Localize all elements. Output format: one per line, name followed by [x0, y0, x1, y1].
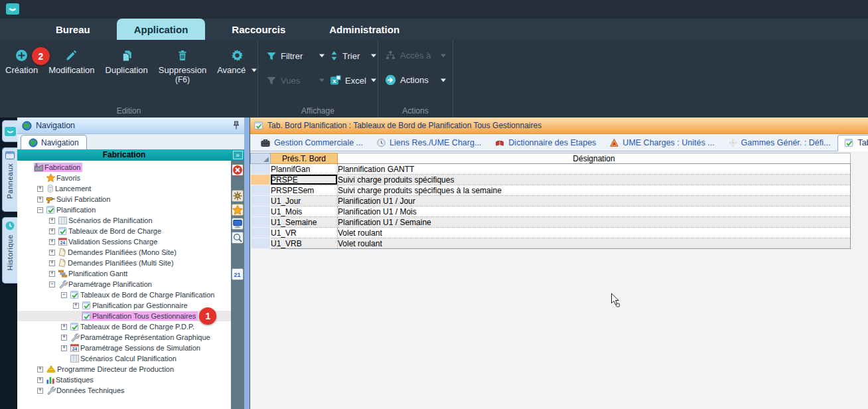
- cell-pres-t-bord[interactable]: U1_VR: [271, 228, 338, 238]
- duplication-button[interactable]: Duplication: [106, 48, 148, 75]
- app-logo-icon[interactable]: [6, 3, 19, 15]
- tree-item-planification-par-gestionnaire[interactable]: +Planification par Gestionnaire: [17, 300, 231, 311]
- excel-button[interactable]: xExcel: [330, 75, 382, 86]
- ribbon-tab-bureau[interactable]: Bureau: [38, 19, 108, 40]
- select-all-corner[interactable]: [251, 153, 271, 164]
- cell-designation[interactable]: Plannification GANTT: [338, 164, 851, 175]
- tree-item-scenarios-de-planification[interactable]: +Scénarios de Planification: [17, 215, 231, 226]
- settings-button[interactable]: [232, 190, 244, 202]
- row-selector[interactable]: [251, 238, 271, 249]
- tree-item-donnees-techniques[interactable]: +Données Techniques: [17, 385, 231, 396]
- row-selector[interactable]: [251, 185, 271, 196]
- close-button[interactable]: [232, 164, 244, 176]
- expand-toggle[interactable]: +: [37, 388, 43, 394]
- row-selector[interactable]: [251, 206, 271, 217]
- cell-pres-t-bord[interactable]: U1_Mois: [271, 206, 338, 217]
- tree-item-tableaux-de-bord-de-charge[interactable]: +Tableaux de Bord de Charge: [17, 226, 231, 236]
- expand-toggle[interactable]: +: [49, 218, 55, 224]
- expand-toggle[interactable]: +: [37, 367, 43, 372]
- panel-tab-historique[interactable]: Historique: [2, 217, 17, 284]
- dock-minimize-tab[interactable]: [2, 120, 17, 142]
- cell-designation[interactable]: Suivi charge produits spécifiques à la s…: [338, 185, 851, 196]
- search-button[interactable]: [232, 232, 244, 244]
- cell-pres-t-bord[interactable]: PRSPESem: [271, 185, 338, 196]
- collapse-panel-button[interactable]: »: [231, 149, 244, 161]
- dropdown-caret-icon[interactable]: [441, 78, 446, 82]
- cell-pres-t-bord[interactable]: U1_Semaine: [271, 217, 338, 228]
- column-header-pres-t-bord[interactable]: Prés.T. Bord: [271, 153, 338, 164]
- collapse-toggle[interactable]: −: [37, 207, 43, 213]
- favorite-button[interactable]: [232, 204, 244, 216]
- column-header-designation[interactable]: Désignation: [338, 153, 851, 164]
- expand-toggle[interactable]: +: [37, 377, 43, 383]
- expand-toggle[interactable]: +: [49, 228, 55, 234]
- row-selector[interactable]: [251, 228, 271, 238]
- document-tab-tab-bord-planificatio[interactable]: Tab. Bord Planificatio: [837, 135, 868, 151]
- panel-tab-panneaux[interactable]: Panneaux: [2, 147, 17, 212]
- cell-designation[interactable]: Volet roulant: [338, 238, 851, 249]
- cell-pres-t-bord[interactable]: U1_VRB: [271, 238, 338, 249]
- expand-toggle[interactable]: +: [73, 303, 79, 309]
- acces-a-button[interactable]: Accès à: [385, 50, 451, 60]
- collapse-toggle[interactable]: −: [61, 292, 67, 298]
- expand-toggle[interactable]: +: [61, 335, 67, 341]
- tree-item-planification-gantt[interactable]: +Planification Gantt: [17, 268, 231, 279]
- tree-item-tableaux-de-bord-de-charge-p-d-p[interactable]: +Tableaux de Bord de Charge P.D.P.: [17, 321, 231, 332]
- tree-item-scenarios-calcul-planification[interactable]: Scénarios Calcul Planification: [17, 353, 231, 364]
- cell-pres-t-bord[interactable]: U1_Jour: [271, 196, 338, 206]
- tree-item-lancement[interactable]: +Lancement: [17, 183, 231, 194]
- expand-toggle[interactable]: +: [37, 197, 43, 203]
- row-selector[interactable]: [251, 164, 271, 175]
- row-selector[interactable]: [251, 217, 271, 228]
- cell-pres-t-bord[interactable]: PlannifGan: [271, 164, 338, 175]
- navigation-tab[interactable]: Navigation: [21, 135, 87, 149]
- dropdown-caret-icon[interactable]: [319, 54, 325, 58]
- suppression-button[interactable]: Suppression(F6): [159, 48, 206, 84]
- collapse-toggle[interactable]: −: [49, 282, 55, 287]
- tree-item-validation-sessions-charge[interactable]: +24Validation Sessions Charge: [17, 236, 231, 247]
- filtrer-button[interactable]: Filtrer: [266, 50, 330, 61]
- tree-item-tableaux-de-bord-de-charge-planification[interactable]: −Tableaux de Bord de Charge Planificatio…: [17, 289, 231, 300]
- expand-toggle[interactable]: +: [49, 239, 55, 245]
- expand-toggle[interactable]: +: [61, 324, 67, 330]
- ribbon-tab-administration[interactable]: Administration: [312, 19, 417, 40]
- tree-item-favoris[interactable]: Favoris: [17, 173, 231, 183]
- cell-designation[interactable]: Volet roulant: [338, 228, 851, 238]
- vues-button[interactable]: Vues: [266, 75, 330, 86]
- document-tab-dictionnaire-des-etapes[interactable]: Dictionnaire des Etapes: [488, 135, 602, 151]
- tree-item-statistiques[interactable]: +Statistiques: [17, 374, 231, 385]
- expand-toggle[interactable]: +: [49, 250, 55, 256]
- tree-item-parametrage-representation-graphique[interactable]: +Paramétrage Représentation Graphique: [17, 332, 231, 343]
- splitter[interactable]: [244, 118, 250, 409]
- cell-designation[interactable]: Planification U1 / Semaine: [338, 217, 851, 228]
- tree-item-fabrication[interactable]: Fabrication: [17, 162, 231, 173]
- expand-toggle[interactable]: +: [49, 260, 55, 266]
- cell-pres-t-bord[interactable]: PRSPE: [271, 175, 338, 185]
- trier-button[interactable]: Trier: [330, 50, 382, 61]
- expand-toggle[interactable]: +: [61, 345, 67, 351]
- pin-icon[interactable]: [233, 121, 240, 130]
- cell-designation[interactable]: Suivi charge produits spécifiques: [338, 175, 851, 185]
- monitor-button[interactable]: [232, 218, 244, 230]
- modification-button[interactable]: Modification: [48, 48, 94, 75]
- cell-designation[interactable]: Planification U1 / Jour: [338, 196, 851, 206]
- sort21-button[interactable]: 21: [232, 268, 244, 280]
- cell-designation[interactable]: Planification U1 / Mois: [338, 206, 851, 217]
- dropdown-caret-icon[interactable]: [371, 78, 376, 82]
- ribbon-tab-application[interactable]: Application: [117, 19, 206, 40]
- tree-item-planification-tous-gestionnaires[interactable]: Planification Tous Gestionnaires1: [17, 311, 231, 321]
- tree-item-demandes-planifiees-mono-site[interactable]: +Demandes Planifiées (Mono Site): [17, 247, 231, 258]
- actions-button[interactable]: Actions: [385, 74, 451, 86]
- tree-item-parametrage-sessions-de-simulation[interactable]: +24Paramétrage Sessions de Simulation: [17, 343, 231, 353]
- tree-item-demandes-planifiees-multi-site[interactable]: +Demandes Planifiées (Multi Site): [17, 258, 231, 268]
- tree-root-header[interactable]: Fabrication: [17, 149, 231, 161]
- document-tab-liens-res-ume-charg[interactable]: Liens Res./UME Charg...: [370, 135, 487, 151]
- dropdown-caret-icon[interactable]: [252, 68, 257, 72]
- tree-item-suivi-fabrication[interactable]: +Suivi Fabrication: [17, 194, 231, 204]
- dropdown-caret-icon[interactable]: [371, 54, 376, 58]
- row-selector[interactable]: [251, 175, 271, 185]
- document-tab-ume-charges-unites[interactable]: UME Charges : Unités ...: [603, 135, 720, 151]
- tree-item-planification[interactable]: −Planification: [17, 204, 231, 215]
- avance-button[interactable]: Avancé: [217, 48, 257, 75]
- tree-item-parametrage-planification[interactable]: −Paramétrage Planification: [17, 279, 231, 289]
